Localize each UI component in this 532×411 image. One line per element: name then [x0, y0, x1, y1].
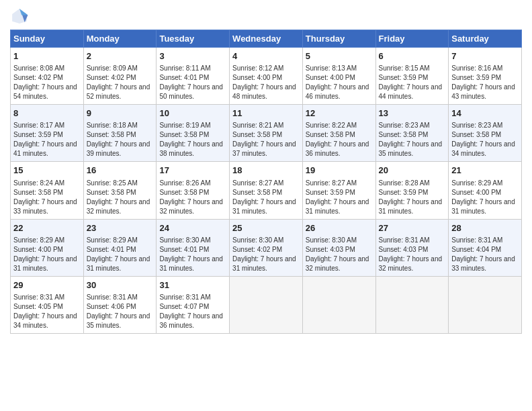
day-info: Sunrise: 8:31 AMSunset: 4:03 PMDaylight:…	[379, 236, 443, 272]
col-header-friday: Friday	[375, 30, 449, 48]
week-row-3: 15Sunrise: 8:24 AMSunset: 3:58 PMDayligh…	[11, 162, 522, 219]
day-info: Sunrise: 8:30 AMSunset: 4:01 PMDaylight:…	[159, 236, 223, 272]
col-header-monday: Monday	[83, 30, 157, 48]
calendar-cell: 24Sunrise: 8:30 AMSunset: 4:01 PMDayligh…	[157, 219, 230, 276]
day-number: 8	[13, 107, 81, 120]
day-number: 2	[87, 50, 154, 62]
calendar-cell: 29Sunrise: 8:31 AMSunset: 4:05 PMDayligh…	[11, 276, 84, 333]
day-number: 30	[87, 279, 154, 291]
calendar-cell: 25Sunrise: 8:30 AMSunset: 4:02 PMDayligh…	[230, 219, 303, 276]
logo	[10, 7, 32, 26]
day-info: Sunrise: 8:23 AMSunset: 3:58 PMDaylight:…	[451, 122, 515, 157]
day-number: 28	[451, 222, 519, 234]
calendar-cell: 21Sunrise: 8:29 AMSunset: 4:00 PMDayligh…	[449, 162, 522, 219]
day-number: 18	[232, 165, 300, 177]
day-info: Sunrise: 8:25 AMSunset: 3:58 PMDaylight:…	[87, 179, 150, 215]
col-header-saturday: Saturday	[449, 30, 522, 48]
day-number: 21	[451, 165, 519, 177]
calendar-cell: 19Sunrise: 8:27 AMSunset: 3:59 PMDayligh…	[302, 162, 375, 219]
col-header-tuesday: Tuesday	[157, 30, 230, 48]
day-number: 15	[13, 165, 81, 177]
day-info: Sunrise: 8:12 AMSunset: 4:00 PMDaylight:…	[232, 64, 296, 100]
calendar-cell: 5Sunrise: 8:13 AMSunset: 4:00 PMDaylight…	[302, 48, 375, 105]
calendar-cell: 15Sunrise: 8:24 AMSunset: 3:58 PMDayligh…	[11, 162, 84, 219]
calendar-cell: 30Sunrise: 8:31 AMSunset: 4:06 PMDayligh…	[83, 276, 157, 333]
day-number: 26	[306, 222, 373, 234]
calendar-cell: 22Sunrise: 8:29 AMSunset: 4:00 PMDayligh…	[11, 219, 84, 276]
calendar-table: SundayMondayTuesdayWednesdayThursdayFrid…	[10, 30, 522, 334]
calendar-cell: 26Sunrise: 8:30 AMSunset: 4:03 PMDayligh…	[302, 219, 375, 276]
day-info: Sunrise: 8:31 AMSunset: 4:07 PMDaylight:…	[159, 293, 223, 329]
calendar-cell: 12Sunrise: 8:22 AMSunset: 3:58 PMDayligh…	[302, 105, 375, 162]
calendar-cell	[375, 276, 449, 333]
week-row-1: 1Sunrise: 8:08 AMSunset: 4:02 PMDaylight…	[11, 48, 522, 105]
day-info: Sunrise: 8:08 AMSunset: 4:02 PMDaylight:…	[13, 64, 77, 100]
day-number: 20	[379, 165, 446, 177]
calendar-cell: 20Sunrise: 8:28 AMSunset: 3:59 PMDayligh…	[375, 162, 449, 219]
calendar-cell: 28Sunrise: 8:31 AMSunset: 4:04 PMDayligh…	[449, 219, 522, 276]
header	[10, 7, 522, 26]
day-info: Sunrise: 8:27 AMSunset: 3:59 PMDaylight:…	[306, 179, 369, 215]
col-header-wednesday: Wednesday	[230, 30, 303, 48]
calendar-cell: 1Sunrise: 8:08 AMSunset: 4:02 PMDaylight…	[11, 48, 84, 105]
day-info: Sunrise: 8:26 AMSunset: 3:58 PMDaylight:…	[159, 179, 223, 215]
day-info: Sunrise: 8:09 AMSunset: 4:02 PMDaylight:…	[87, 64, 150, 100]
day-info: Sunrise: 8:31 AMSunset: 4:06 PMDaylight:…	[87, 293, 150, 329]
day-info: Sunrise: 8:16 AMSunset: 3:59 PMDaylight:…	[451, 64, 515, 100]
col-header-sunday: Sunday	[11, 30, 84, 48]
calendar-cell: 14Sunrise: 8:23 AMSunset: 3:58 PMDayligh…	[449, 105, 522, 162]
day-number: 31	[159, 279, 226, 291]
day-info: Sunrise: 8:13 AMSunset: 4:00 PMDaylight:…	[306, 64, 369, 100]
day-number: 23	[87, 222, 154, 234]
day-info: Sunrise: 8:17 AMSunset: 3:59 PMDaylight:…	[13, 122, 77, 157]
day-info: Sunrise: 8:11 AMSunset: 4:01 PMDaylight:…	[159, 64, 223, 100]
calendar-cell: 2Sunrise: 8:09 AMSunset: 4:02 PMDaylight…	[83, 48, 157, 105]
calendar-cell: 16Sunrise: 8:25 AMSunset: 3:58 PMDayligh…	[83, 162, 157, 219]
calendar-cell: 8Sunrise: 8:17 AMSunset: 3:59 PMDaylight…	[11, 105, 84, 162]
day-number: 11	[232, 107, 300, 120]
day-info: Sunrise: 8:23 AMSunset: 3:58 PMDaylight:…	[379, 122, 443, 157]
logo-icon	[10, 7, 29, 26]
calendar-cell: 13Sunrise: 8:23 AMSunset: 3:58 PMDayligh…	[375, 105, 449, 162]
day-number: 6	[379, 50, 446, 62]
week-row-4: 22Sunrise: 8:29 AMSunset: 4:00 PMDayligh…	[11, 219, 522, 276]
day-info: Sunrise: 8:27 AMSunset: 3:58 PMDaylight:…	[232, 179, 296, 215]
calendar-cell	[449, 276, 522, 333]
calendar-cell: 18Sunrise: 8:27 AMSunset: 3:58 PMDayligh…	[230, 162, 303, 219]
day-info: Sunrise: 8:29 AMSunset: 4:00 PMDaylight:…	[451, 179, 515, 215]
day-number: 17	[159, 165, 226, 177]
day-number: 24	[159, 222, 226, 234]
day-number: 12	[306, 107, 373, 120]
day-info: Sunrise: 8:21 AMSunset: 3:58 PMDaylight:…	[232, 122, 296, 157]
day-number: 13	[379, 107, 446, 120]
calendar-cell: 4Sunrise: 8:12 AMSunset: 4:00 PMDaylight…	[230, 48, 303, 105]
day-number: 9	[87, 107, 154, 120]
calendar-cell: 23Sunrise: 8:29 AMSunset: 4:01 PMDayligh…	[83, 219, 157, 276]
day-number: 4	[232, 50, 300, 62]
calendar-cell: 17Sunrise: 8:26 AMSunset: 3:58 PMDayligh…	[157, 162, 230, 219]
day-info: Sunrise: 8:24 AMSunset: 3:58 PMDaylight:…	[13, 179, 77, 215]
calendar-cell	[302, 276, 375, 333]
calendar-cell: 11Sunrise: 8:21 AMSunset: 3:58 PMDayligh…	[230, 105, 303, 162]
day-number: 25	[232, 222, 300, 234]
day-number: 19	[306, 165, 373, 177]
calendar-cell: 31Sunrise: 8:31 AMSunset: 4:07 PMDayligh…	[157, 276, 230, 333]
calendar-cell: 3Sunrise: 8:11 AMSunset: 4:01 PMDaylight…	[157, 48, 230, 105]
day-info: Sunrise: 8:30 AMSunset: 4:02 PMDaylight:…	[232, 236, 296, 272]
calendar-cell: 10Sunrise: 8:19 AMSunset: 3:58 PMDayligh…	[157, 105, 230, 162]
page-container: SundayMondayTuesdayWednesdayThursdayFrid…	[0, 0, 532, 340]
day-number: 7	[451, 50, 519, 62]
day-info: Sunrise: 8:18 AMSunset: 3:58 PMDaylight:…	[87, 122, 150, 157]
day-info: Sunrise: 8:30 AMSunset: 4:03 PMDaylight:…	[306, 236, 369, 272]
day-info: Sunrise: 8:19 AMSunset: 3:58 PMDaylight:…	[159, 122, 223, 157]
calendar-cell: 6Sunrise: 8:15 AMSunset: 3:59 PMDaylight…	[375, 48, 449, 105]
calendar-cell: 7Sunrise: 8:16 AMSunset: 3:59 PMDaylight…	[449, 48, 522, 105]
day-info: Sunrise: 8:22 AMSunset: 3:58 PMDaylight:…	[306, 122, 369, 157]
day-number: 5	[306, 50, 373, 62]
col-header-thursday: Thursday	[302, 30, 375, 48]
day-number: 14	[451, 107, 519, 120]
day-number: 22	[13, 222, 81, 234]
header-row: SundayMondayTuesdayWednesdayThursdayFrid…	[11, 30, 522, 48]
day-number: 27	[379, 222, 446, 234]
calendar-cell: 9Sunrise: 8:18 AMSunset: 3:58 PMDaylight…	[83, 105, 157, 162]
